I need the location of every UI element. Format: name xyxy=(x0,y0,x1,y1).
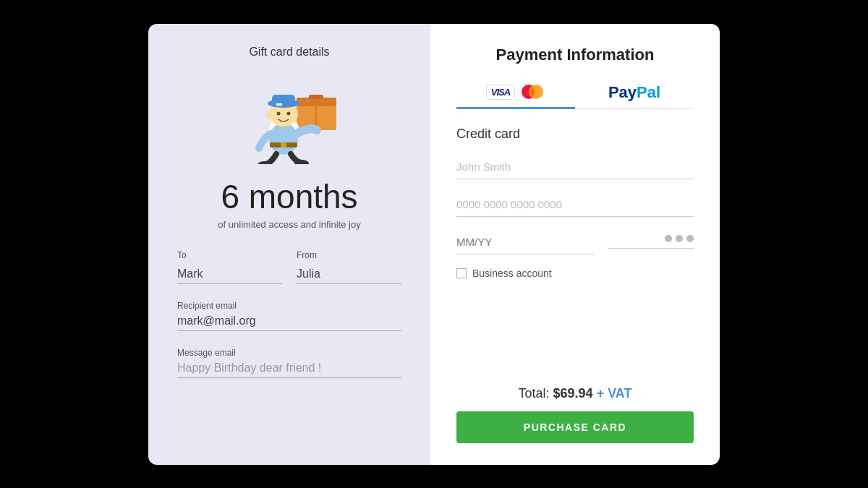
expiry-cvv-row xyxy=(456,230,694,254)
paypal-logo: PayPal xyxy=(608,83,660,102)
tab-paypal[interactable]: PayPal xyxy=(575,77,694,108)
total-label: Total: xyxy=(519,386,550,401)
to-from-row: To From xyxy=(177,250,401,284)
to-input[interactable] xyxy=(177,265,282,284)
cvv-dot-2 xyxy=(676,235,683,242)
cvv-dots xyxy=(608,235,694,249)
tab-credit-card[interactable]: VISA xyxy=(456,77,575,109)
visa-icon: VISA xyxy=(486,85,515,100)
left-panel: Gift card details xyxy=(148,24,430,465)
panel-title: Gift card details xyxy=(249,46,329,59)
svg-rect-10 xyxy=(272,95,295,105)
total-amount: $69.94 xyxy=(553,386,593,401)
payment-title: Payment Information xyxy=(456,46,694,64)
business-account-row: Business account xyxy=(456,267,694,279)
svg-point-5 xyxy=(269,123,298,155)
subtitle-text: of unlimited access and infinite joy xyxy=(218,219,360,230)
purchase-card-button[interactable]: PURCHASE CARD xyxy=(456,411,694,443)
months-label: 6 months xyxy=(221,177,357,216)
svg-rect-3 xyxy=(309,95,323,99)
message-label: Message email xyxy=(177,348,236,358)
from-label: From xyxy=(297,250,401,260)
delivery-illustration xyxy=(231,70,347,164)
cvv-dot-3 xyxy=(686,235,694,242)
message-group: Message email xyxy=(177,346,401,378)
total-text: Total: $69.94 + VAT xyxy=(456,386,694,401)
modal-container: Gift card details xyxy=(148,24,720,465)
svg-point-12 xyxy=(277,111,281,115)
to-label: To xyxy=(177,250,282,260)
business-account-label: Business account xyxy=(472,267,552,279)
cvv-dot-1 xyxy=(665,235,672,242)
total-section: Total: $69.94 + VAT PURCHASE CARD xyxy=(456,386,694,443)
recipient-email-label: Recipient email xyxy=(177,301,237,311)
card-number-input[interactable] xyxy=(456,192,694,217)
recipient-email-input[interactable] xyxy=(177,312,401,331)
expiry-input[interactable] xyxy=(456,230,594,254)
business-account-checkbox[interactable] xyxy=(456,268,467,278)
svg-point-13 xyxy=(287,111,291,115)
from-input[interactable] xyxy=(297,265,401,284)
from-field-group: From xyxy=(297,250,401,284)
payment-tabs: VISA PayPal xyxy=(456,77,694,109)
cardholder-name-input[interactable] xyxy=(456,155,694,179)
message-input[interactable] xyxy=(177,359,401,378)
gift-form: To From Recipient email Message email xyxy=(177,250,401,393)
to-field-group: To xyxy=(177,250,282,284)
svg-rect-7 xyxy=(281,142,286,147)
recipient-email-group: Recipient email xyxy=(177,299,401,331)
svg-rect-11 xyxy=(276,103,282,106)
vat-label: + VAT xyxy=(597,386,632,401)
credit-card-heading: Credit card xyxy=(456,127,694,142)
svg-point-14 xyxy=(266,111,272,119)
mastercard-icon xyxy=(519,84,545,100)
right-panel: Payment Information VISA PayPal xyxy=(430,24,720,465)
